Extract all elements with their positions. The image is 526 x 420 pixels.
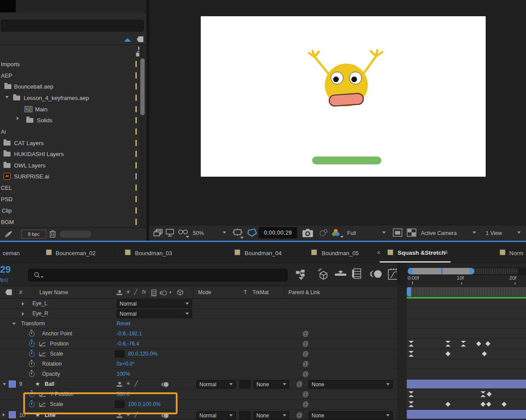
shy-icon[interactable]	[334, 269, 347, 281]
keyframe-diamond[interactable]	[487, 392, 491, 396]
label-column-icon[interactable]	[5, 289, 12, 295]
chevron-down-icon[interactable]	[517, 231, 521, 234]
label-dash[interactable]	[135, 196, 137, 202]
project-item[interactable]: AEP	[1, 72, 12, 79]
motion-blur-column-icon[interactable]	[160, 290, 167, 296]
stopwatch-icon[interactable]	[29, 361, 35, 367]
layer-color-swatch[interactable]	[9, 411, 16, 418]
motion-blur-icon[interactable]	[370, 269, 383, 280]
property-row-anchor-point[interactable]: Anchor Point -0.6,-192.1 @	[0, 329, 526, 339]
column-t[interactable]: T	[244, 289, 247, 295]
shape-group-row-eye-r[interactable]: Eye_R Normal	[0, 309, 526, 319]
stopwatch-icon-active[interactable]	[29, 351, 35, 357]
collapse-caret-icon[interactable]	[17, 117, 19, 120]
mask-visibility-icon[interactable]	[246, 228, 258, 238]
layer-duration-bar[interactable]	[407, 380, 526, 388]
property-value[interactable]: -0.6,-76.4	[117, 341, 139, 347]
view-layout-select[interactable]: 1 View	[486, 230, 502, 236]
label-dash[interactable]	[135, 61, 137, 67]
preserve-transparency-box[interactable]	[239, 411, 251, 420]
group-name[interactable]: Eye_R	[32, 310, 48, 317]
expand-caret-icon[interactable]	[22, 312, 24, 316]
project-item[interactable]: Imports	[1, 61, 20, 68]
stopwatch-icon[interactable]	[29, 371, 35, 377]
quality-column-icon[interactable]: ╱	[134, 289, 137, 295]
keyframe-diamond[interactable]	[480, 402, 485, 406]
sort-up-icon[interactable]	[124, 38, 131, 42]
tab-boundman-03[interactable]: Boundman_03	[135, 250, 172, 256]
project-item[interactable]: Lesson_4_keyframes.aep	[24, 95, 89, 101]
property-name[interactable]: Position	[50, 341, 69, 347]
channels-icon[interactable]	[331, 228, 340, 237]
viewer-timecode[interactable]: 0;00;00;29	[259, 227, 297, 238]
work-area-start-handle[interactable]	[407, 287, 411, 296]
project-item[interactable]: Clip	[2, 207, 11, 214]
show-snapshot-icon[interactable]	[318, 228, 329, 237]
keyframe-ease[interactable]	[461, 341, 466, 347]
reset-link[interactable]: Reset	[117, 320, 130, 327]
project-item[interactable]: PSD	[1, 196, 13, 203]
stopwatch-icon[interactable]	[29, 331, 35, 337]
keyframe-diamond[interactable]	[476, 341, 481, 346]
keyframe-diamond[interactable]	[482, 351, 487, 356]
label-dash[interactable]	[135, 219, 137, 225]
navigator-start-handle[interactable]	[408, 268, 412, 274]
expand-caret-icon[interactable]	[5, 96, 9, 98]
pickwhip-icon[interactable]: @	[302, 330, 309, 337]
timeline-search-input[interactable]	[28, 269, 288, 281]
keyframe-diamond[interactable]	[445, 402, 450, 406]
tab-close-icon[interactable]: ×	[377, 249, 380, 256]
cube-3d-column-icon[interactable]	[177, 289, 183, 296]
project-item[interactable]: Main	[35, 106, 47, 113]
frame-blend-icon[interactable]	[352, 268, 363, 281]
property-row-rotation[interactable]: Rotation 0x+0.0° @	[0, 359, 526, 369]
label-dash[interactable]	[135, 83, 137, 89]
label-dash[interactable]	[135, 185, 137, 191]
project-item[interactable]: OWL Layers	[14, 162, 46, 169]
layer-color-swatch[interactable]	[9, 381, 16, 388]
label-dash[interactable]	[135, 151, 137, 157]
blend-mode-select[interactable]: Normal	[196, 411, 236, 420]
project-item[interactable]: Bounceball.aep	[14, 83, 53, 90]
keyframe-ease[interactable]	[445, 341, 451, 347]
expand-caret-icon[interactable]	[22, 302, 24, 306]
chevron-down-icon[interactable]	[223, 231, 226, 234]
tab-menu-icon[interactable]: ≡	[444, 249, 448, 256]
draft-3d-icon[interactable]	[315, 268, 329, 281]
collapse-caret-icon[interactable]	[3, 383, 6, 385]
group-name[interactable]: Transform	[21, 320, 45, 327]
property-row-position[interactable]: Position -0.6,-76.4 @	[0, 339, 526, 349]
comp-flowchart-icon[interactable]	[296, 270, 307, 280]
property-value[interactable]: -0.6,-192.1	[117, 331, 142, 337]
transparency-grid-icon[interactable]	[407, 228, 416, 237]
property-row-scale[interactable]: Scale 80.0,120.0% @	[0, 349, 526, 359]
chevron-down-icon[interactable]	[240, 237, 244, 239]
pickwhip-icon[interactable]: @	[302, 360, 309, 367]
region-of-interest-icon[interactable]	[393, 228, 402, 237]
chevron-down-icon[interactable]	[473, 231, 476, 234]
layer-duration-bar[interactable]	[407, 410, 526, 419]
quality-toggle-icon[interactable]: ╱	[135, 381, 138, 387]
footer-pill[interactable]	[60, 231, 91, 238]
stereo-3d-icon[interactable]	[178, 229, 188, 235]
pickwhip-icon[interactable]: @	[302, 391, 309, 398]
property-value[interactable]: 80.0,120.0%	[128, 351, 157, 357]
keyframe-track-y-position[interactable]	[407, 389, 526, 399]
label-dash[interactable]	[135, 207, 137, 214]
property-name[interactable]: Anchor Point	[42, 331, 72, 337]
zoom-select[interactable]: 50%	[193, 230, 204, 236]
trash-icon[interactable]	[49, 230, 56, 238]
shy-column-icon[interactable]	[117, 290, 122, 295]
constrain-proportions-box[interactable]	[115, 350, 124, 357]
tab-boundman-04[interactable]: Boundman_04	[245, 250, 282, 256]
keyframe-ease[interactable]	[409, 341, 414, 347]
tab-boundman-05[interactable]: Boundman_05	[322, 250, 359, 256]
stopwatch-icon-active[interactable]	[29, 341, 35, 347]
property-name[interactable]: Scale	[50, 351, 63, 357]
parent-select[interactable]: None	[309, 411, 393, 420]
project-item[interactable]: Ai	[1, 128, 6, 135]
pickwhip-icon[interactable]: @	[302, 370, 309, 377]
keyframe-ease[interactable]	[409, 402, 414, 407]
blend-mode-select[interactable]: Normal	[117, 299, 192, 308]
current-time-display[interactable]: 29	[0, 264, 11, 275]
